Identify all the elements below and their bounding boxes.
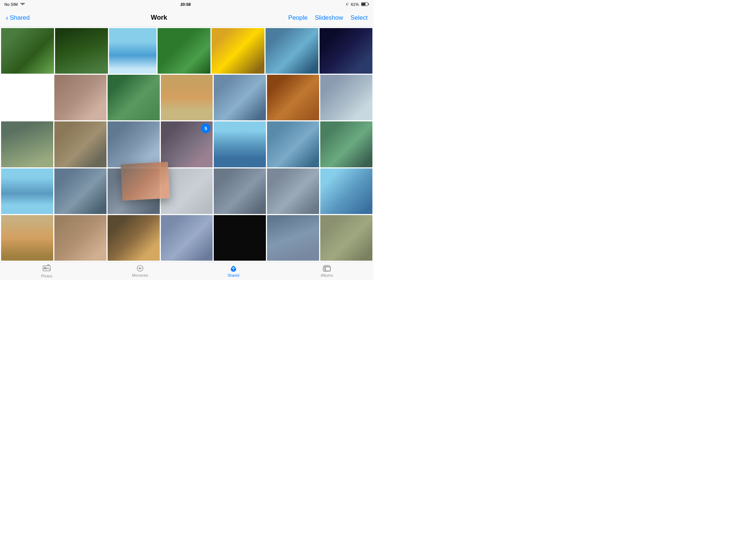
nav-actions: People Slideshow Select [288,14,368,22]
photo-cell[interactable] [267,215,319,261]
photo-cell[interactable] [320,168,372,214]
slideshow-button[interactable]: Slideshow [315,14,343,22]
photo-row-4 [1,168,372,214]
photo-cell[interactable] [161,75,213,120]
chevron-left-icon: ‹ [6,13,8,22]
svg-rect-1 [368,3,369,5]
tab-photos-label: Photos [41,274,52,278]
battery-icon [361,2,369,7]
photo-cell[interactable] [212,28,264,74]
photo-cell[interactable] [266,28,318,74]
carrier-label: No SIM [4,2,18,7]
wifi-icon [20,2,25,7]
status-time: 20:58 [181,2,191,7]
photo-cell[interactable] [1,215,53,261]
photo-cell[interactable] [214,121,266,167]
photo-cell[interactable] [320,75,372,120]
tab-memories[interactable]: Memories [93,262,187,280]
photo-cell[interactable] [55,28,108,74]
photo-cell[interactable] [267,168,319,214]
tab-photos[interactable]: Photos [0,262,93,280]
photo-cell[interactable] [320,215,372,261]
photo-cell[interactable] [54,215,107,261]
photo-cell[interactable] [1,75,53,120]
photo-row-1 [1,28,372,74]
photo-cell[interactable] [214,75,266,120]
photos-icon [43,264,51,273]
photo-cell[interactable] [267,121,319,167]
select-button[interactable]: Select [351,14,368,22]
photo-cell[interactable] [54,75,107,120]
nav-back[interactable]: ‹ Shared [6,13,30,22]
photo-cell[interactable] [320,28,372,74]
bluetooth-icon: 𝐂 [346,2,349,7]
shared-icon [229,265,237,273]
photo-cell[interactable] [108,75,160,120]
photo-burst-cell[interactable]: 5 [161,121,213,167]
nav-bar: ‹ Shared Work People Slideshow Select [0,9,374,27]
tab-albums-label: Albums [321,273,333,277]
photo-cell[interactable] [320,121,372,167]
photo-cell[interactable] [158,28,210,74]
tab-bar: Photos Memories Shared [0,262,374,280]
photo-cell[interactable] [267,75,319,120]
tab-albums[interactable]: Albums [280,262,374,280]
tab-shared-label: Shared [228,273,239,277]
photo-row-5 [1,215,372,261]
status-left: No SIM [4,2,25,7]
photo-cell[interactable] [108,121,160,167]
svg-rect-2 [361,3,365,5]
tab-shared[interactable]: Shared [187,262,280,280]
photo-cell[interactable] [108,215,160,261]
back-label[interactable]: Shared [10,14,30,22]
people-button[interactable]: People [288,14,307,22]
photo-row-2 [1,75,372,120]
photo-row-3: 5 [1,121,372,167]
albums-icon [323,265,331,273]
photo-cell[interactable] [161,215,213,261]
photo-cell[interactable] [54,168,107,214]
photo-cell[interactable] [1,121,53,167]
tab-memories-label: Memories [132,273,148,277]
status-right: 𝐂 61% [346,2,369,7]
svg-marker-6 [139,267,142,269]
photo-cell[interactable] [54,121,107,167]
photo-grid: 5 [0,27,374,262]
photo-cell[interactable] [1,168,53,214]
photo-cell[interactable] [109,28,156,74]
photo-dragging-overlay[interactable] [120,162,170,201]
photo-cell[interactable] [214,215,266,261]
memories-icon [136,265,144,273]
photo-cell[interactable] [214,168,266,214]
status-bar: No SIM 20:58 𝐂 61% [0,0,374,9]
page-title: Work [151,14,167,22]
photo-cell[interactable] [1,28,54,74]
battery-label: 61% [351,2,359,7]
